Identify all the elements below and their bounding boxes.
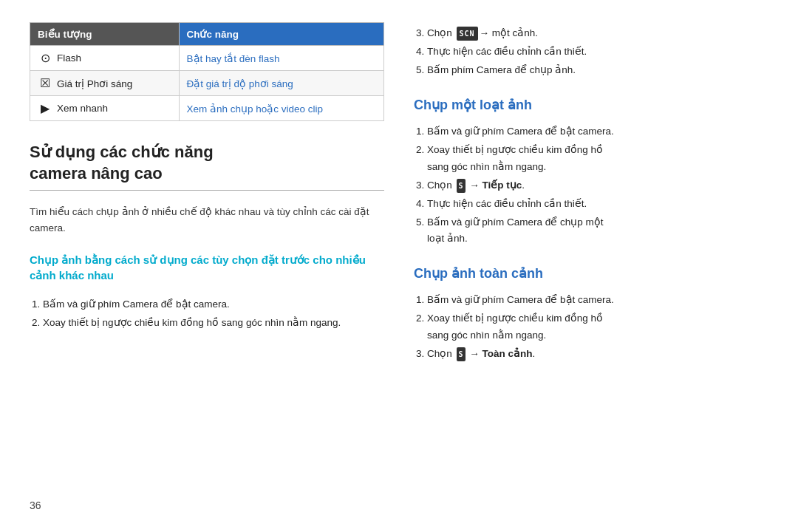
section2-step-3: Chọn S → Toàn cảnh. [427, 346, 768, 363]
exposure-icon: ☒ [38, 76, 52, 90]
section2-heading: Chụp ảnh toàn cảnh [414, 256, 768, 284]
quickview-func: Xem ảnh chụp hoặc video clip [187, 103, 324, 115]
section2-list: Bấm và giữ phím Camera để bật camera. Xo… [414, 292, 768, 363]
quickview-icon: ▶ [38, 101, 52, 115]
section1-step-5: Bấm và giữ phím Camera để chụp một loạt … [427, 214, 768, 248]
section1-step-2: Xoay thiết bị ngược chiều kim đồng hồ sa… [427, 142, 768, 176]
right-intro-steps: Chọn SCN→ một cảnh. Thực hiện các điều c… [414, 25, 768, 81]
sub-heading-cyan: Chụp ảnh bằng cách sử dụng các tùy chọn … [30, 252, 384, 283]
section2-step-1: Bấm và giữ phím Camera để bật camera. [427, 292, 768, 309]
section2-steps: Bấm và giữ phím Camera để bật camera. Xo… [414, 292, 768, 364]
table-cell-icon: ▶ Xem nhanh [30, 96, 180, 121]
right-intro-list: Chọn SCN→ một cảnh. Thực hiện các điều c… [414, 25, 768, 79]
main-section-heading: Sử dụng các chức năng camera nâng cao [30, 134, 384, 191]
scn-icon: SCN [457, 27, 478, 41]
s-icon-1: S [457, 179, 466, 193]
exposure-func: Đặt giá trị độ phơi sáng [187, 78, 293, 89]
section2-step-2: Xoay thiết bị ngược chiều kim đồng hồ sa… [427, 310, 768, 344]
feature-table: Biểu tượng Chức năng ⊙ Flash Bật [30, 22, 384, 121]
table-row: ⊙ Flash Bật hay tắt đèn flash [30, 46, 384, 71]
right-step-5: Bấm phím Camera để chụp ảnh. [427, 62, 768, 79]
table-row: ☒ Giá trị Phơi sáng Đặt giá trị độ phơi … [30, 71, 384, 96]
section1-step-3: Chọn S → Tiếp tục. [427, 177, 768, 194]
flash-icon: ⊙ [38, 51, 52, 65]
feature-table-container: Biểu tượng Chức năng ⊙ Flash Bật [30, 22, 384, 121]
section1-heading: Chụp một loạt ảnh [414, 88, 768, 116]
right-step-3: Chọn SCN→ một cảnh. [427, 25, 768, 42]
section1-steps: Bấm và giữ phím Camera để bật camera. Xo… [414, 123, 768, 250]
table-cell-func: Bật hay tắt đèn flash [179, 46, 384, 71]
page-number: 36 [30, 499, 41, 511]
table-row: ▶ Xem nhanh Xem ảnh chụp hoặc video clip [30, 96, 384, 121]
quickview-label: Xem nhanh [57, 103, 108, 114]
flash-func: Bật hay tắt đèn flash [187, 53, 280, 64]
table-cell-icon: ⊙ Flash [30, 46, 180, 71]
flash-label: Flash [57, 52, 81, 64]
section-heading-text: Sử dụng các chức năng camera nâng cao [30, 142, 384, 191]
table-header-icon: Biểu tượng [30, 23, 180, 46]
left-step-1: Bấm và giữ phím Camera để bật camera. [43, 296, 384, 313]
table-cell-func: Xem ảnh chụp hoặc video clip [179, 96, 384, 121]
section1-step-4: Thực hiện các điều chỉnh cần thiết. [427, 196, 768, 213]
section-description: Tìm hiểu cách chụp ảnh ở nhiều chế độ kh… [30, 204, 384, 236]
table-header-func: Chức năng [179, 23, 384, 46]
left-steps-list: Bấm và giữ phím Camera để bật camera. Xo… [30, 296, 384, 333]
section1-step-1: Bấm và giữ phím Camera để bật camera. [427, 123, 768, 140]
table-cell-icon: ☒ Giá trị Phơi sáng [30, 71, 180, 96]
right-column: Chọn SCN→ một cảnh. Thực hiện các điều c… [414, 22, 768, 510]
left-step-2: Xoay thiết bị ngược chiều kim đồng hồ sa… [43, 315, 384, 332]
table-cell-func: Đặt giá trị độ phơi sáng [179, 71, 384, 96]
right-step-4: Thực hiện các điều chỉnh cần thiết. [427, 44, 768, 61]
exposure-label: Giá trị Phơi sáng [57, 78, 132, 89]
section1-list: Bấm và giữ phím Camera để bật camera. Xo… [414, 123, 768, 248]
left-column: Biểu tượng Chức năng ⊙ Flash Bật [30, 22, 384, 510]
s-icon-2: S [457, 347, 466, 361]
